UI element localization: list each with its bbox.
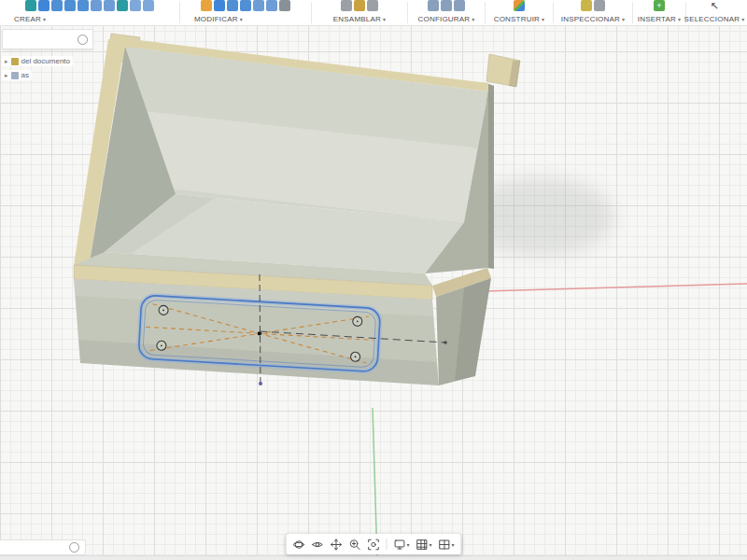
select-cursor-icon[interactable]: ↖ [709,0,720,11]
toolbar-group-ensamblar: ENSAMBLAR▾ [312,0,407,25]
primitive-box-icon[interactable] [117,0,128,11]
toolbar-icons-modificar [201,0,290,12]
timeline-collapsed-bar[interactable] [0,539,86,555]
construction-geometry-icon[interactable] [514,0,525,11]
toolbar-group-configurar: CONFIGURAR▾ [408,0,485,25]
toolbar-menu-ensamblar[interactable]: ENSAMBLAR▾ [333,15,386,25]
chevron-down-icon: ▾ [542,16,544,22]
shell-icon[interactable] [240,0,251,11]
toolbar-icons-configurar [428,0,465,12]
loft-icon[interactable] [78,0,89,11]
browser-item-named-views[interactable]: ▸ as [2,70,32,80]
toolbar-group-crear: CREAR▾ [0,0,179,25]
fit-icon[interactable] [367,539,379,551]
3d-viewport[interactable] [0,0,747,560]
toolbar-group-modificar: MODIFICAR▾ [180,0,311,25]
expander-icon[interactable]: ▸ [5,58,8,65]
pan-icon[interactable] [330,539,342,551]
viewports-icon[interactable]: ▾ [439,539,455,551]
rectangular-pattern-icon[interactable] [130,0,141,11]
toolbar-menu-seleccionar[interactable]: SELECCIONAR▾ [684,15,745,25]
browser-item-document-settings[interactable]: ▸ del documento [2,56,73,66]
toolbar-icons-seleccionar: ↖ [709,0,720,12]
expander-icon[interactable]: ▸ [5,72,8,79]
chamfer-icon[interactable] [227,0,238,11]
browser-item-label: as [21,71,29,79]
toolbar-group-insertar: + INSERTAR▾ [633,0,685,25]
extrude-icon[interactable] [38,0,49,11]
section-analysis-icon[interactable] [594,0,605,11]
chevron-down-icon: ▾ [383,16,386,22]
measure-icon[interactable] [581,0,592,11]
viewport-canvas[interactable] [0,0,747,560]
rigid-group-icon[interactable] [367,0,378,11]
browser-header[interactable] [2,29,93,49]
browser-panel: ▸ del documento ▸ as [2,29,93,80]
look-at-icon[interactable] [311,539,323,551]
thread-icon[interactable] [104,0,115,11]
toolbar-group-construir: CONSTRUIR▾ [486,0,553,25]
orbit-icon[interactable] [292,539,304,551]
sweep-icon[interactable] [64,0,76,11]
toolbar-icons-insertar: + [654,0,665,12]
toolbar-menu-inspeccionar[interactable]: INSPECCIONAR▾ [561,15,626,25]
toolbar-menu-configurar[interactable]: CONFIGURAR▾ [418,15,475,25]
chevron-down-icon: ▾ [741,16,744,22]
grid-settings-icon[interactable]: ▾ [416,539,431,551]
joint-icon[interactable] [354,0,365,11]
change-parameters-icon[interactable] [279,0,290,11]
browser-item-label: del documento [21,57,70,65]
toolbar-menu-crear[interactable]: CREAR▾ [14,15,46,25]
chevron-down-icon: ▾ [622,16,625,22]
centerline-end-point-right[interactable] [444,341,447,344]
toolbar-group-seleccionar: ↖ SELECCIONAR▾ [686,0,742,25]
offset-face-icon[interactable] [266,0,277,11]
toolbar-menu-insertar[interactable]: INSERTAR▾ [638,15,682,25]
display-settings-icon[interactable]: ▾ [393,539,409,551]
view-navigation-bar: ▾▾▾ [286,534,460,554]
zoom-icon[interactable] [348,539,360,551]
create-sketch-icon[interactable] [25,0,36,11]
press-pull-icon[interactable] [201,0,212,11]
combine-icon[interactable] [253,0,264,11]
chevron-down-icon: ▾ [452,541,455,548]
chevron-down-icon: ▾ [429,541,431,548]
panel-collapse-icon[interactable] [69,542,79,553]
configuration-table-icon[interactable] [428,0,439,11]
revolve-icon[interactable] [51,0,63,11]
named-views-icon [11,72,19,79]
chevron-down-icon: ▾ [43,16,46,22]
toolbar-icons-inspeccionar [581,0,605,12]
hole-icon[interactable] [91,0,102,11]
toolbar-icons-ensamblar [341,0,378,12]
centerline-end-point-bottom[interactable] [259,382,262,385]
panel-collapse-icon[interactable] [78,35,88,45]
add-configuration-icon[interactable] [441,0,452,11]
document-settings-icon [11,58,19,65]
toolbar-group-inspeccionar: INSPECCIONAR▾ [554,0,632,25]
toolbar-menu-construir[interactable]: CONSTRUIR▾ [494,15,545,25]
fillet-icon[interactable] [214,0,225,11]
chevron-down-icon: ▾ [240,16,243,22]
toolbar-menu-modificar[interactable]: MODIFICAR▾ [194,15,243,25]
bottom-status-strip [0,555,747,560]
configuration-settings-icon[interactable] [454,0,465,11]
chevron-down-icon: ▾ [406,541,409,548]
insert-component-icon[interactable]: + [654,0,665,11]
browser-tree: ▸ del documento ▸ as [2,56,93,80]
toolbar-icons-crear [25,0,154,12]
top-toolbar: CREAR▾ MODIFICAR▾ ENSAMBLAR▾ CONFIGURAR▾… [0,0,747,26]
chevron-down-icon: ▾ [472,16,474,22]
new-component-icon[interactable] [341,0,352,11]
x-axis[interactable] [485,284,747,291]
chevron-down-icon: ▾ [678,16,681,22]
mirror-icon[interactable] [143,0,154,11]
toolbar-icons-construir [514,0,525,12]
navbar-separator [386,539,387,550]
